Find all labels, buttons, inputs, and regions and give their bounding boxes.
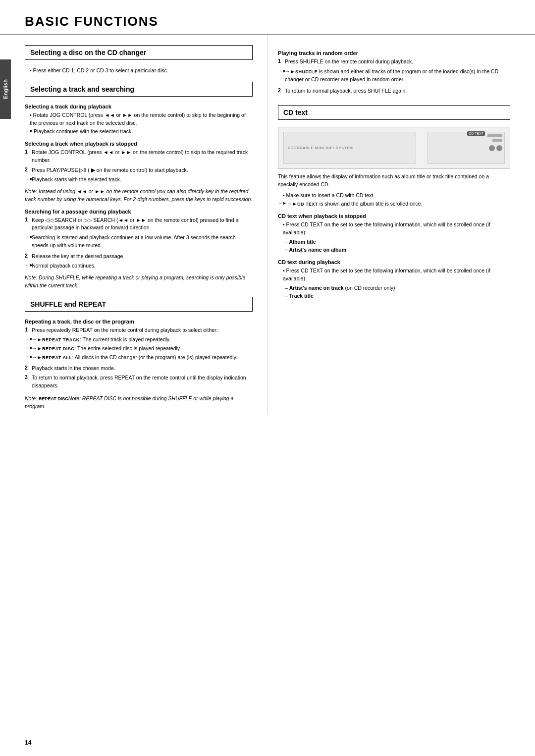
random-title: Playing tracks in random order	[278, 50, 510, 56]
cd-device-right	[428, 132, 505, 164]
shuffle-arrow: →►SHUFFLE is shown and either all tracks…	[278, 68, 510, 84]
repeat-step1: 1 Press repeatedly REPEAT on the remote …	[25, 326, 253, 334]
random-step1: 1 Press SHUFFLE on the remote control du…	[278, 58, 510, 66]
cd-stopped-list: Press CD TEXT on the set to see the foll…	[278, 221, 510, 237]
during-playback-bullet: Rotate JOG CONTROL (press ◄◄ or ►► on th…	[30, 111, 253, 127]
random-step2: 2 To return to normal playback, press SH…	[278, 87, 510, 95]
cd-playback-item1-bold: Artist's name on track	[289, 285, 344, 291]
note2: Note: During SHUFFLE, while repeating a …	[25, 274, 253, 290]
content-area: Selecting a disc on the CD changer Press…	[0, 35, 535, 429]
disc-changer-item: Press either CD 1, CD 2 or CD 3 to selec…	[30, 67, 253, 75]
during-playback-title: Selecting a track during playback	[25, 104, 253, 109]
page-number: 14	[25, 739, 31, 746]
cd-playback-list: Press CD TEXT on the set to see the foll…	[278, 267, 510, 283]
repeat-step2: 2 Playback starts in the chosen mode.	[25, 365, 253, 373]
cd-stopped-item1: Album title	[278, 238, 510, 246]
cd-text-bullet: Make sure to insert a CD with CD text.	[283, 192, 510, 200]
cd-button-2	[496, 145, 502, 151]
repeating-title: Repeating a track, the disc or the progr…	[25, 319, 253, 324]
cd-text-title: CD text	[283, 108, 505, 116]
stopped-step1: 1 Rotate JOG CONTROL (press ◄◄ or ►► on …	[25, 149, 253, 164]
page-title: BASIC FUNCTIONS	[25, 14, 510, 29]
searching-step2: 2 Release the key at the desired passage…	[25, 253, 253, 261]
cd-device-image: ECORDABLE MINI HIFI SYSTEM CD TEXT	[278, 127, 510, 169]
left-column: Selecting a disc on the CD changer Press…	[25, 35, 268, 414]
cd-stopped-title: CD text when playback is stopped	[278, 213, 510, 219]
right-column: Playing tracks in random order 1 Press S…	[268, 35, 510, 414]
cd-button-1	[489, 145, 495, 151]
cd-device-label: ECORDABLE MINI HIFI SYSTEM	[288, 146, 353, 150]
cd-slot-2	[492, 139, 502, 142]
searching-title: Searching for a passage during playback	[25, 209, 253, 215]
repeat-all-item: →►REPEAT ALL: All discs in the CD change…	[25, 354, 253, 362]
repeat-track-item: →►REPEAT TRACK: The current track is pla…	[25, 336, 253, 344]
cd-playback-item2: Track title	[278, 292, 510, 300]
track-search-title: Selecting a track and searching	[30, 85, 247, 93]
cd-text-section: CD text	[278, 105, 510, 120]
searching-arrow2: Normal playback continues.	[25, 262, 253, 270]
cd-slot	[487, 134, 502, 137]
shuffle-repeat-section: SHUFFLE and REPEAT	[25, 297, 253, 312]
cd-buttons	[489, 145, 502, 151]
note1: Note: Instead of using ◄◄ or ►► on the r…	[25, 188, 253, 204]
searching-step1: 1 Keep ◁◁ SEARCH or ▷▷ SEARCH (◄◄ or ►► …	[25, 216, 253, 232]
repeat-step3: 3 To return to normal playback, press RE…	[25, 374, 253, 390]
during-playback-list: Rotate JOG CONTROL (press ◄◄ or ►► on th…	[25, 111, 253, 127]
cd-text-arrow: →►CD TEXT is shown and the album title i…	[278, 200, 510, 208]
shuffle-repeat-title: SHUFFLE and REPEAT	[30, 300, 247, 308]
cd-playback-body: Press CD TEXT on the set to see the foll…	[283, 267, 510, 283]
disc-changer-body: Press either CD 1, CD 2 or CD 3 to selec…	[25, 67, 253, 75]
stopped-step2: 2 Press PLAY/PAUSE ▷II ( ▶ on the remote…	[25, 166, 253, 174]
disc-changer-title: Selecting a disc on the CD changer	[30, 49, 247, 56]
language-tab: English	[0, 59, 11, 119]
cd-text-bullet-list: Make sure to insert a CD with CD text.	[278, 192, 510, 200]
stopped-arrow2: Playback starts with the selected track.	[25, 176, 253, 184]
shuffle-note: Note: REPEAT DISCNote: REPEAT DISC is no…	[25, 395, 253, 411]
repeat-disc-item: →►REPEAT DISC: The entire selected disc …	[25, 345, 253, 353]
page-header: BASIC FUNCTIONS	[0, 0, 535, 35]
cd-playback-item1: Artist's name on track (on CD recorder o…	[278, 284, 510, 292]
stopped-title: Selecting a track when playback is stopp…	[25, 141, 253, 147]
cd-text-body: This feature allows the display of infor…	[278, 173, 510, 189]
cd-stopped-body: Press CD TEXT on the set to see the foll…	[283, 221, 510, 237]
page: English BASIC FUNCTIONS Selecting a disc…	[0, 0, 535, 756]
searching-arrow1: Searching is started and playback contin…	[25, 234, 253, 250]
cd-stopped-item2: Artist's name on album	[278, 246, 510, 254]
during-playback-arrow: Playback continues with the selected tra…	[25, 128, 253, 136]
track-search-section: Selecting a track and searching	[25, 82, 253, 97]
disc-changer-section: Selecting a disc on the CD changer	[25, 45, 253, 60]
cd-device-left: ECORDABLE MINI HIFI SYSTEM	[283, 132, 416, 164]
cd-playback-title: CD text during playback	[278, 259, 510, 265]
cd-text-badge: CD TEXT	[467, 131, 485, 136]
